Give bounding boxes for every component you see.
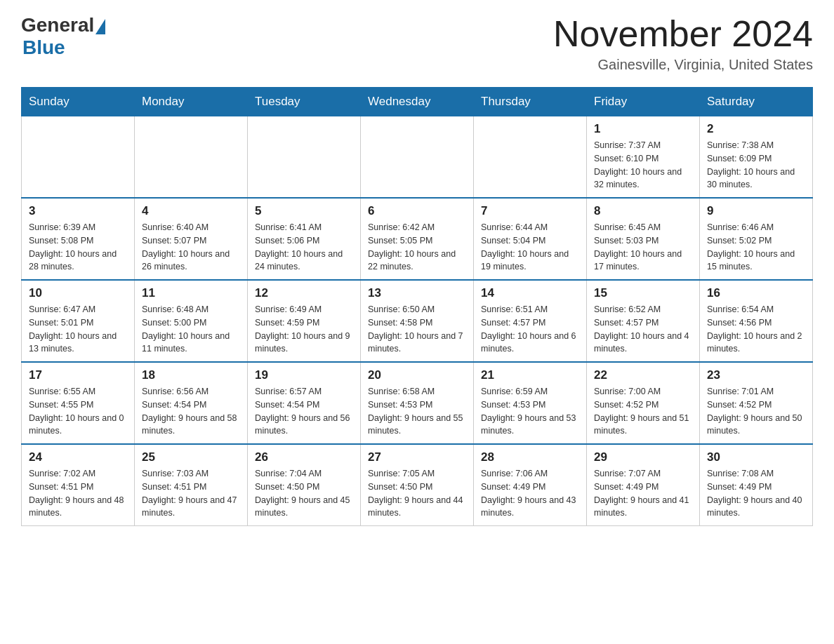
weekday-header-sunday: Sunday	[22, 88, 135, 116]
day-info: Sunrise: 7:37 AM Sunset: 6:10 PM Dayligh…	[594, 139, 692, 192]
day-number: 4	[142, 204, 240, 218]
day-info: Sunrise: 6:48 AM Sunset: 5:00 PM Dayligh…	[142, 303, 240, 356]
weekday-header-monday: Monday	[135, 88, 248, 116]
location-label: Gainesville, Virginia, United States	[553, 57, 813, 73]
logo-triangle-icon	[95, 19, 105, 34]
calendar-cell: 27Sunrise: 7:05 AM Sunset: 4:50 PM Dayli…	[361, 444, 474, 526]
day-info: Sunrise: 6:49 AM Sunset: 4:59 PM Dayligh…	[255, 303, 353, 356]
day-info: Sunrise: 6:57 AM Sunset: 4:54 PM Dayligh…	[255, 385, 353, 438]
day-info: Sunrise: 6:55 AM Sunset: 4:55 PM Dayligh…	[29, 385, 127, 438]
day-number: 14	[481, 286, 579, 300]
day-info: Sunrise: 7:01 AM Sunset: 4:52 PM Dayligh…	[707, 385, 805, 438]
day-number: 22	[594, 368, 692, 382]
calendar-cell: 24Sunrise: 7:02 AM Sunset: 4:51 PM Dayli…	[22, 444, 135, 526]
day-info: Sunrise: 6:51 AM Sunset: 4:57 PM Dayligh…	[481, 303, 579, 356]
calendar-cell: 22Sunrise: 7:00 AM Sunset: 4:52 PM Dayli…	[587, 362, 700, 444]
calendar-cell	[361, 116, 474, 199]
day-info: Sunrise: 7:03 AM Sunset: 4:51 PM Dayligh…	[142, 467, 240, 520]
day-number: 25	[142, 450, 240, 464]
day-number: 27	[368, 450, 466, 464]
calendar-cell: 4Sunrise: 6:40 AM Sunset: 5:07 PM Daylig…	[135, 198, 248, 280]
day-info: Sunrise: 6:42 AM Sunset: 5:05 PM Dayligh…	[368, 221, 466, 274]
weekday-header-tuesday: Tuesday	[248, 88, 361, 116]
calendar-table: SundayMondayTuesdayWednesdayThursdayFrid…	[21, 87, 813, 526]
day-number: 2	[707, 122, 805, 136]
weekday-header-friday: Friday	[587, 88, 700, 116]
day-number: 10	[29, 286, 127, 300]
day-number: 3	[29, 204, 127, 218]
calendar-cell: 8Sunrise: 6:45 AM Sunset: 5:03 PM Daylig…	[587, 198, 700, 280]
weekday-header-row: SundayMondayTuesdayWednesdayThursdayFrid…	[22, 88, 813, 116]
day-number: 16	[707, 286, 805, 300]
calendar-cell: 11Sunrise: 6:48 AM Sunset: 5:00 PM Dayli…	[135, 280, 248, 362]
calendar-cell: 19Sunrise: 6:57 AM Sunset: 4:54 PM Dayli…	[248, 362, 361, 444]
day-info: Sunrise: 6:44 AM Sunset: 5:04 PM Dayligh…	[481, 221, 579, 274]
day-info: Sunrise: 7:00 AM Sunset: 4:52 PM Dayligh…	[594, 385, 692, 438]
calendar-cell: 26Sunrise: 7:04 AM Sunset: 4:50 PM Dayli…	[248, 444, 361, 526]
day-info: Sunrise: 6:52 AM Sunset: 4:57 PM Dayligh…	[594, 303, 692, 356]
calendar-cell	[248, 116, 361, 199]
calendar-cell: 16Sunrise: 6:54 AM Sunset: 4:56 PM Dayli…	[700, 280, 813, 362]
day-number: 20	[368, 368, 466, 382]
calendar-cell: 5Sunrise: 6:41 AM Sunset: 5:06 PM Daylig…	[248, 198, 361, 280]
calendar-cell: 3Sunrise: 6:39 AM Sunset: 5:08 PM Daylig…	[22, 198, 135, 280]
calendar-cell: 20Sunrise: 6:58 AM Sunset: 4:53 PM Dayli…	[361, 362, 474, 444]
calendar-cell: 2Sunrise: 7:38 AM Sunset: 6:09 PM Daylig…	[700, 116, 813, 199]
calendar-cell: 12Sunrise: 6:49 AM Sunset: 4:59 PM Dayli…	[248, 280, 361, 362]
day-info: Sunrise: 6:59 AM Sunset: 4:53 PM Dayligh…	[481, 385, 579, 438]
calendar-cell: 13Sunrise: 6:50 AM Sunset: 4:58 PM Dayli…	[361, 280, 474, 362]
calendar-cell: 18Sunrise: 6:56 AM Sunset: 4:54 PM Dayli…	[135, 362, 248, 444]
calendar-cell: 23Sunrise: 7:01 AM Sunset: 4:52 PM Dayli…	[700, 362, 813, 444]
calendar-cell: 7Sunrise: 6:44 AM Sunset: 5:04 PM Daylig…	[474, 198, 587, 280]
day-number: 7	[481, 204, 579, 218]
day-number: 21	[481, 368, 579, 382]
day-info: Sunrise: 6:46 AM Sunset: 5:02 PM Dayligh…	[707, 221, 805, 274]
day-info: Sunrise: 6:56 AM Sunset: 4:54 PM Dayligh…	[142, 385, 240, 438]
calendar-week-row: 17Sunrise: 6:55 AM Sunset: 4:55 PM Dayli…	[22, 362, 813, 444]
calendar-cell	[135, 116, 248, 199]
calendar-cell	[474, 116, 587, 199]
day-info: Sunrise: 6:50 AM Sunset: 4:58 PM Dayligh…	[368, 303, 466, 356]
day-info: Sunrise: 6:58 AM Sunset: 4:53 PM Dayligh…	[368, 385, 466, 438]
day-number: 1	[594, 122, 692, 136]
logo-general-text: General	[21, 14, 94, 36]
calendar-cell: 17Sunrise: 6:55 AM Sunset: 4:55 PM Dayli…	[22, 362, 135, 444]
logo-blue-text: Blue	[22, 36, 65, 59]
title-section: November 2024 Gainesville, Virginia, Uni…	[553, 14, 813, 73]
logo: General Blue	[21, 14, 105, 59]
day-number: 23	[707, 368, 805, 382]
day-info: Sunrise: 7:07 AM Sunset: 4:49 PM Dayligh…	[594, 467, 692, 520]
day-number: 18	[142, 368, 240, 382]
day-info: Sunrise: 6:39 AM Sunset: 5:08 PM Dayligh…	[29, 221, 127, 274]
calendar-week-row: 24Sunrise: 7:02 AM Sunset: 4:51 PM Dayli…	[22, 444, 813, 526]
calendar-cell: 15Sunrise: 6:52 AM Sunset: 4:57 PM Dayli…	[587, 280, 700, 362]
page-header: General Blue November 2024 Gainesville, …	[21, 14, 813, 73]
calendar-cell: 10Sunrise: 6:47 AM Sunset: 5:01 PM Dayli…	[22, 280, 135, 362]
calendar-cell: 29Sunrise: 7:07 AM Sunset: 4:49 PM Dayli…	[587, 444, 700, 526]
day-info: Sunrise: 6:54 AM Sunset: 4:56 PM Dayligh…	[707, 303, 805, 356]
day-info: Sunrise: 7:06 AM Sunset: 4:49 PM Dayligh…	[481, 467, 579, 520]
day-info: Sunrise: 6:45 AM Sunset: 5:03 PM Dayligh…	[594, 221, 692, 274]
day-number: 26	[255, 450, 353, 464]
calendar-cell: 9Sunrise: 6:46 AM Sunset: 5:02 PM Daylig…	[700, 198, 813, 280]
day-info: Sunrise: 7:04 AM Sunset: 4:50 PM Dayligh…	[255, 467, 353, 520]
calendar-cell: 25Sunrise: 7:03 AM Sunset: 4:51 PM Dayli…	[135, 444, 248, 526]
calendar-cell: 6Sunrise: 6:42 AM Sunset: 5:05 PM Daylig…	[361, 198, 474, 280]
calendar-cell: 21Sunrise: 6:59 AM Sunset: 4:53 PM Dayli…	[474, 362, 587, 444]
day-number: 29	[594, 450, 692, 464]
calendar-cell	[22, 116, 135, 199]
weekday-header-wednesday: Wednesday	[361, 88, 474, 116]
day-number: 5	[255, 204, 353, 218]
calendar-week-row: 1Sunrise: 7:37 AM Sunset: 6:10 PM Daylig…	[22, 116, 813, 199]
weekday-header-thursday: Thursday	[474, 88, 587, 116]
day-number: 9	[707, 204, 805, 218]
day-info: Sunrise: 7:38 AM Sunset: 6:09 PM Dayligh…	[707, 139, 805, 192]
calendar-cell: 1Sunrise: 7:37 AM Sunset: 6:10 PM Daylig…	[587, 116, 700, 199]
weekday-header-saturday: Saturday	[700, 88, 813, 116]
day-number: 15	[594, 286, 692, 300]
day-number: 13	[368, 286, 466, 300]
day-number: 6	[368, 204, 466, 218]
day-number: 28	[481, 450, 579, 464]
day-info: Sunrise: 7:02 AM Sunset: 4:51 PM Dayligh…	[29, 467, 127, 520]
calendar-cell: 14Sunrise: 6:51 AM Sunset: 4:57 PM Dayli…	[474, 280, 587, 362]
